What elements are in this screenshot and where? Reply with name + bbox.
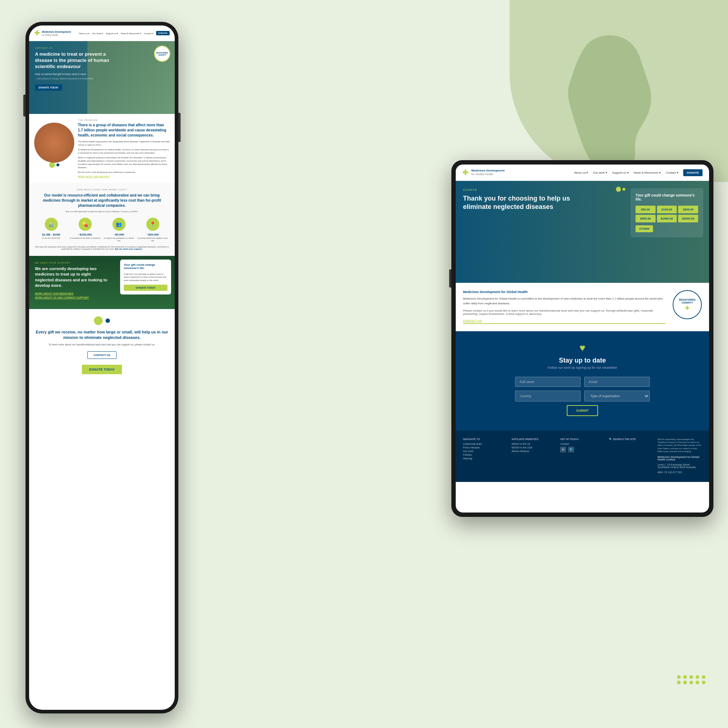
tablet-nav-news[interactable]: News & Resources ▾: [634, 171, 661, 174]
cost-desc-trial: to run one clinical trial: [35, 237, 67, 240]
phone-problem-circle-img: [34, 123, 74, 163]
tablet-gift-amounts-grid: $50.00 $100.00 $200.00 $500.00 $1900.00 …: [636, 206, 698, 222]
footer-link-mdgh-usa[interactable]: MDGH in the USA: [512, 446, 556, 449]
footer-social-links: in 🐦: [560, 447, 605, 453]
tablet-newsletter-sub: Follow our work by signing up for our ne…: [470, 366, 694, 369]
footer-acknowledgement: MDGH respectfully acknowledges the Tradi…: [658, 438, 702, 453]
tablet-hero-sup-label: DONATE: [463, 188, 588, 191]
footer-col-search: 🔍 Search the site: [609, 438, 653, 475]
gift-other-button[interactable]: OTHER: [636, 225, 653, 232]
footer-linkedin-icon[interactable]: in: [560, 447, 566, 453]
tablet-nav-contact[interactable]: Contact ▾: [666, 171, 678, 174]
cost-icon-microscope: 🔬: [45, 218, 58, 231]
phone-every-gift-title: Every gift we receive, no matter how lar…: [35, 329, 169, 341]
tablet-nav-work[interactable]: Our work ▾: [593, 171, 607, 174]
footer-search-title: 🔍 Search the site: [609, 438, 653, 441]
phone-cost-sub: But it is still expensive to give the gi…: [35, 210, 169, 213]
cost-item-participant: 👥 ~$5,000 to support one participant in …: [102, 218, 135, 242]
newsletter-submit-button[interactable]: SUBMIT: [567, 405, 598, 416]
phone-problem-title: There is a group of diseases that affect…: [78, 123, 170, 138]
phone-nav-news[interactable]: News & Resources ▾: [121, 32, 141, 35]
cost-icon-pill: 💊: [79, 218, 92, 231]
gift-amount-1900[interactable]: $1900.00: [657, 215, 677, 222]
tablet-volume-button: [449, 269, 451, 288]
tablet-about-desc2: Please contact us if you would like to l…: [463, 309, 665, 316]
tablet-nav-links: About us ▾ Our work ▾ Support us ▾ News …: [574, 169, 702, 176]
tablet-nav-about[interactable]: About us ▾: [574, 171, 588, 174]
footer-link-leadership[interactable]: Leadership team: [463, 443, 508, 445]
tablet-about-org-name: Medicines Development for Global Health: [463, 290, 665, 294]
footer-col-affiliate: Affiliate websites MDGH in the UK MDGH i…: [512, 438, 556, 475]
newsletter-email-input[interactable]: [584, 377, 650, 387]
cost-desc-participant: to support one participant in a clinical…: [102, 237, 135, 242]
footer-col-info: MDGH respectfully acknowledges the Tradi…: [658, 438, 702, 475]
phone-cost-label: HOW MUCH DOES OUR WORK COST?: [35, 188, 169, 191]
tablet-contact-link[interactable]: CONTACT US: [463, 319, 665, 324]
tablet-nav-donate-button[interactable]: DONATE: [683, 169, 702, 176]
tablet-logo-text-block: Medicines Development for Global Health: [471, 169, 505, 177]
tablet-screen: ✚ Medicines Development for Global Healt…: [456, 165, 709, 512]
tablet-hero-content: DONATE Thank you for choosing to help us…: [456, 181, 595, 222]
phone-every-gift-contact-button[interactable]: CONTACT US: [87, 351, 116, 359]
phone-hero-donate-button[interactable]: DONATE TODAY: [35, 84, 62, 91]
footer-col-contact: Get in touch Contact in 🐦: [560, 438, 605, 475]
gift-amount-50[interactable]: $50.00: [636, 206, 656, 213]
decorative-dot-blue: [57, 164, 59, 166]
cost-amount-batch: ~$150,000: [69, 233, 101, 236]
footer-link-africas-medical[interactable]: Africas Medical: [512, 450, 556, 453]
cost-amount-site: ~$20,000: [136, 233, 169, 236]
phone-problem-who-text: The World Health Organization has design…: [78, 140, 170, 147]
newsletter-country-input[interactable]: [515, 391, 581, 401]
phone-current-support-link[interactable]: MORE ABOUT US AND CURRENT SUPPORT: [35, 296, 169, 299]
phone-problem-body1: At Medicines Development for Global Heal…: [78, 148, 170, 155]
tablet-about-text: Medicines Development for Global Health …: [463, 290, 665, 324]
phone-nav-donate-button[interactable]: DONATE: [156, 31, 170, 35]
phone-nav-about[interactable]: About us ▾: [79, 32, 89, 35]
footer-link-contact[interactable]: Contact: [560, 443, 605, 445]
footer-link-press[interactable]: Press releases: [463, 446, 508, 449]
gift-amount-2000[interactable]: $2000.00: [678, 215, 698, 222]
phone-power-button: [178, 113, 180, 142]
newsletter-org-type-select[interactable]: Type of organisation: [584, 391, 650, 401]
phone-gift-title: Your gift could change someone's life.: [124, 263, 167, 270]
tablet-nav-support[interactable]: Support us ▾: [612, 171, 629, 174]
cost-item-site: 📍 ~$20,000 to provide clinical trial sup…: [136, 218, 169, 242]
footer-link-work[interactable]: Our work: [463, 450, 508, 453]
phone-hero-section: SUPPORT US A medicine to treat or preven…: [29, 41, 175, 114]
phone-nav-work[interactable]: Our work ▾: [92, 32, 102, 35]
cost-icon-location: 📍: [146, 218, 159, 231]
tablet-footer-links: Navigate to Leadership team Press releas…: [456, 431, 709, 482]
logo-cross-icon: ✚: [34, 29, 40, 37]
phone-cost-title: Our model is resource-efficient and coll…: [35, 193, 169, 208]
phone-hero-quote: — Mark Sullerot AC, Founder, Medicines D…: [35, 78, 169, 80]
phone-every-gift-donate-button[interactable]: DONATE TODAY: [82, 365, 122, 374]
tablet-about-section: Medicines Development for Global Health …: [456, 283, 709, 331]
phone-problem-label: THE PROBLEM: [78, 119, 170, 121]
decorative-dots-bottom-right: [677, 675, 706, 684]
footer-twitter-icon[interactable]: 🐦: [568, 447, 574, 453]
newsletter-full-name-input[interactable]: [515, 377, 581, 387]
phone-hero-content: SUPPORT US A medicine to treat or preven…: [29, 41, 175, 96]
phone-problem-content: THE PROBLEM There is a group of diseases…: [78, 119, 170, 177]
phone-problem-body3: But the truth is that developing new med…: [78, 171, 170, 174]
phone-every-gift-decor: [35, 316, 169, 325]
phone-volume-button: [23, 95, 26, 116]
cost-icon-participant: 👥: [112, 218, 125, 231]
decor-circle-large: [94, 316, 102, 325]
phone-gift-box: Your gift could change someone's life. A…: [120, 260, 171, 294]
gift-amount-100[interactable]: $100.00: [657, 206, 677, 213]
phone-nav-contact[interactable]: Contact ▾: [144, 32, 153, 35]
footer-link-mdgh-uk[interactable]: MDGH in the UK: [512, 443, 556, 445]
phone-nav-support[interactable]: Support us ▾: [106, 32, 118, 35]
phone-gift-donate-button[interactable]: DONATE TODAY: [124, 284, 167, 291]
phone-problem-link[interactable]: MORE ABOUT THE DISEASES: [78, 176, 170, 177]
gift-amount-200[interactable]: $200.00: [678, 206, 698, 213]
phone-device: ✚ Medicines Development for Global Healt…: [26, 22, 178, 713]
cost-item-trial: 🔬 $1.5M - $10M to run one clinical trial: [35, 218, 67, 242]
tablet-about-desc1: Medicines Development for Global Health …: [463, 297, 665, 306]
footer-link-sitemap[interactable]: Sitemap: [463, 457, 508, 460]
tablet-newsletter-form-row3: SUBMIT: [470, 405, 694, 416]
footer-link-policies[interactable]: Policies: [463, 454, 508, 456]
footer-affiliate-title: Affiliate websites: [512, 438, 556, 440]
gift-amount-500[interactable]: $500.00: [636, 215, 656, 222]
